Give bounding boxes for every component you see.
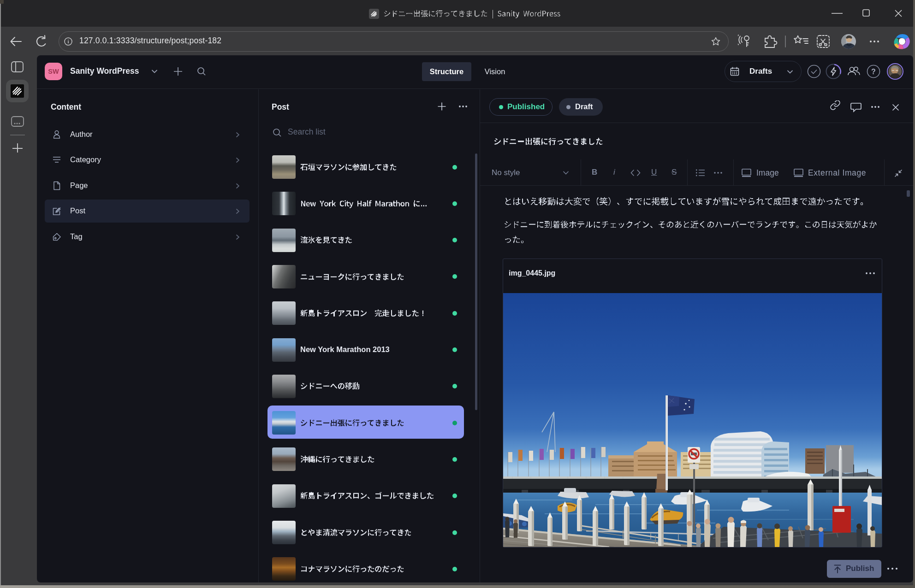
svg-text:?: ? — [871, 68, 876, 76]
